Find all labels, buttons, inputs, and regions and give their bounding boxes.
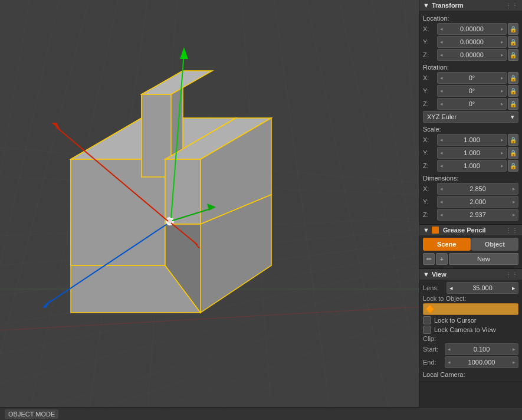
scale-x-arrow-right[interactable]: ▸	[501, 137, 504, 143]
location-y-lock[interactable]: 🔒	[508, 36, 518, 48]
lock-cursor-label: Lock to Cursor	[434, 317, 477, 324]
gp-new-button[interactable]: New	[449, 253, 518, 265]
scale-y-value: 1.000	[443, 149, 501, 156]
dim-x-value: 2.850	[443, 185, 513, 192]
rotation-x-value: 0°	[443, 74, 501, 81]
scale-y-label: Y:	[423, 149, 436, 156]
rotation-z-arrow-right[interactable]: ▸	[501, 101, 504, 107]
scale-z-arrow-right[interactable]: ▸	[501, 163, 504, 169]
clip-start-arrow-right[interactable]: ▸	[513, 346, 516, 352]
euler-row: XYZ Euler ▾	[423, 111, 518, 123]
dim-y-input[interactable]: ◂ 2.000 ▸	[437, 196, 518, 208]
dim-x-row: X: ◂ 2.850 ▸	[423, 183, 518, 195]
view-header[interactable]: ▼ View ⋮⋮	[419, 269, 522, 280]
rotation-label: Rotation:	[423, 62, 518, 72]
dim-z-input[interactable]: ◂ 2.937 ▸	[437, 209, 518, 221]
gp-pencil-icon-btn[interactable]: ✏	[423, 253, 435, 265]
rotation-y-arrow-right[interactable]: ▸	[501, 88, 504, 94]
local-camera-label: Local Camera:	[423, 369, 518, 379]
viewport-3d[interactable]	[0, 0, 419, 407]
lens-value: 35.000	[472, 284, 493, 291]
location-x-row: X: ◂ 0.00000 ▸ 🔒	[423, 23, 518, 35]
clip-end-arrow-right[interactable]: ▸	[513, 359, 516, 365]
scale-x-lock[interactable]: 🔒	[508, 134, 518, 146]
gp-tab-object-label: Object	[485, 241, 505, 248]
grease-pencil-dots: ⋮⋮	[505, 227, 518, 234]
svg-marker-39	[165, 159, 201, 224]
transform-section: ▼ Transform ⋮⋮ Location: X: ◂ 0.00000 ▸ …	[419, 0, 522, 225]
lock-object-button[interactable]: 🔶	[423, 303, 518, 315]
lock-cursor-checkbox[interactable]	[423, 316, 431, 324]
location-x-value: 0.00000	[443, 25, 501, 32]
scale-z-lock[interactable]: 🔒	[508, 160, 518, 172]
clip-end-row: End: ◂ 1000.000 ▸	[423, 356, 518, 368]
rotation-x-label: X:	[423, 74, 436, 81]
lock-cursor-row[interactable]: Lock to Cursor	[423, 316, 518, 324]
location-x-label: X:	[423, 25, 436, 32]
dim-y-value: 2.000	[443, 198, 513, 205]
dim-y-arrow-right[interactable]: ▸	[513, 199, 516, 205]
grease-pencil-header[interactable]: ▼ Grease Pencil ⋮⋮	[419, 225, 522, 235]
lock-object-label: Lock to Object:	[423, 295, 518, 302]
rotation-z-row: Z: ◂ 0° ▸ 🔒	[423, 98, 518, 110]
transform-header[interactable]: ▼ Transform ⋮⋮	[419, 0, 522, 11]
lock-object-row: Lock to Object: 🔶	[423, 295, 518, 315]
clip-start-value: 0.100	[451, 346, 513, 353]
lens-arrow-left[interactable]: ◂	[449, 284, 453, 292]
location-z-arrow-right[interactable]: ▸	[501, 52, 504, 58]
clip-label: Clip:	[423, 335, 518, 342]
gp-tab-scene[interactable]: Scene	[423, 238, 471, 251]
lock-camera-row[interactable]: Lock Camera to View	[423, 326, 518, 334]
lens-row: Lens: ◂ 35.000 ▸	[423, 282, 518, 294]
location-z-lock[interactable]: 🔒	[508, 49, 518, 61]
dimensions-label: Dimensions:	[423, 173, 518, 183]
statusbar-mode: OBJECT MODE	[5, 409, 58, 419]
dim-z-row: Z: ◂ 2.937 ▸	[423, 209, 518, 221]
lock-camera-checkbox[interactable]	[423, 326, 431, 334]
scale-y-row: Y: ◂ 1.000 ▸ 🔒	[423, 147, 518, 159]
scale-z-label: Z:	[423, 162, 436, 169]
euler-dropdown[interactable]: XYZ Euler ▾	[423, 111, 518, 123]
gp-add-icon-btn[interactable]: +	[436, 253, 448, 265]
euler-chevron-icon: ▾	[511, 113, 514, 121]
rotation-y-lock[interactable]: 🔒	[508, 85, 518, 97]
gp-tabs: Scene Object	[423, 238, 518, 251]
dim-x-label: X:	[423, 185, 436, 192]
scale-x-row: X: ◂ 1.000 ▸ 🔒	[423, 134, 518, 146]
scale-x-input[interactable]: ◂ 1.000 ▸	[437, 134, 507, 146]
location-label: Location:	[423, 13, 518, 23]
rotation-x-arrow-right[interactable]: ▸	[501, 75, 504, 81]
scale-y-lock[interactable]: 🔒	[508, 147, 518, 159]
statusbar-mode-label[interactable]: OBJECT MODE	[5, 409, 58, 419]
gp-tab-object[interactable]: Object	[471, 238, 519, 251]
scale-x-label: X:	[423, 136, 436, 143]
location-y-input[interactable]: ◂ 0.00000 ▸	[437, 36, 507, 48]
dim-x-input[interactable]: ◂ 2.850 ▸	[437, 183, 518, 195]
location-y-arrow-right[interactable]: ▸	[501, 39, 504, 45]
rotation-x-input[interactable]: ◂ 0° ▸	[437, 72, 507, 84]
scale-y-arrow-right[interactable]: ▸	[501, 150, 504, 156]
view-title: View	[432, 271, 447, 278]
lens-input[interactable]: ◂ 35.000 ▸	[447, 282, 518, 294]
view-dots: ⋮⋮	[505, 271, 518, 278]
rotation-z-lock[interactable]: 🔒	[508, 98, 518, 110]
clip-end-value: 1000.000	[451, 359, 513, 366]
rotation-y-row: Y: ◂ 0° ▸ 🔒	[423, 85, 518, 97]
dim-z-label: Z:	[423, 211, 436, 218]
location-x-lock[interactable]: 🔒	[508, 23, 518, 35]
dim-z-arrow-right[interactable]: ▸	[513, 212, 516, 218]
dim-x-arrow-right[interactable]: ▸	[513, 186, 516, 192]
transform-triangle-icon: ▼	[423, 2, 429, 9]
clip-start-input[interactable]: ◂ 0.100 ▸	[445, 343, 518, 355]
rotation-z-input[interactable]: ◂ 0° ▸	[437, 98, 507, 110]
scale-z-input[interactable]: ◂ 1.000 ▸	[437, 160, 507, 172]
rotation-y-input[interactable]: ◂ 0° ▸	[437, 85, 507, 97]
scale-y-input[interactable]: ◂ 1.000 ▸	[437, 147, 507, 159]
location-x-input[interactable]: ◂ 0.00000 ▸	[437, 23, 507, 35]
clip-end-input[interactable]: ◂ 1000.000 ▸	[445, 356, 518, 368]
lens-arrow-right[interactable]: ▸	[512, 284, 516, 292]
location-z-input[interactable]: ◂ 0.00000 ▸	[437, 49, 507, 61]
transform-dots: ⋮⋮	[505, 2, 518, 9]
rotation-x-lock[interactable]: 🔒	[508, 72, 518, 84]
location-x-arrow-right[interactable]: ▸	[501, 26, 504, 32]
